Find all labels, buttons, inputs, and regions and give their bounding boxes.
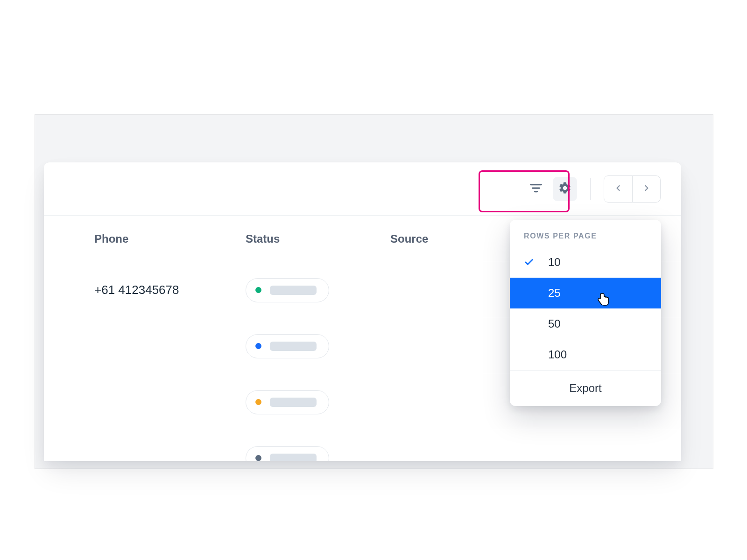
rows-per-page-option[interactable]: 50: [510, 308, 661, 339]
table-row[interactable]: [44, 430, 681, 461]
rows-per-page-option[interactable]: 100: [510, 339, 661, 370]
skeleton-text: [270, 398, 317, 407]
option-label: Export: [569, 382, 601, 395]
status-dot-icon: [255, 343, 261, 349]
status-dot-icon: [255, 455, 261, 461]
status-pill: [246, 278, 329, 302]
rows-per-page-option[interactable]: 25: [510, 278, 661, 308]
option-label: 50: [548, 317, 561, 330]
persistent-actions-group: [524, 177, 577, 201]
chevron-right-icon: [642, 183, 651, 195]
dropdown-section-header: ROWS PER PAGE: [510, 220, 661, 247]
option-label: 10: [548, 256, 561, 269]
cell-phone: +61 412345678: [94, 283, 179, 297]
next-page-button[interactable]: [632, 176, 660, 202]
filter-button[interactable]: [524, 177, 548, 201]
status-dot-icon: [255, 399, 261, 405]
gear-icon: [558, 181, 572, 197]
check-icon: [524, 257, 535, 267]
status-pill: [246, 446, 329, 462]
settings-button[interactable]: [553, 177, 577, 201]
chevron-left-icon: [613, 183, 623, 195]
settings-dropdown: ROWS PER PAGE 10 25 50 100 Export: [510, 220, 661, 406]
filter-icon: [529, 181, 543, 197]
skeleton-text: [270, 454, 317, 462]
option-label: 25: [548, 287, 561, 300]
rows-per-page-option[interactable]: 10: [510, 247, 661, 278]
column-header-status[interactable]: Status: [246, 232, 390, 245]
skeleton-text: [270, 342, 317, 351]
pager-group: [604, 175, 661, 203]
skeleton-text: [270, 286, 317, 295]
table-toolbar: [44, 162, 681, 216]
column-header-phone[interactable]: Phone: [94, 232, 246, 245]
option-label: 100: [548, 348, 567, 361]
prev-page-button[interactable]: [604, 176, 632, 202]
status-pill: [246, 334, 329, 358]
toolbar-separator: [590, 178, 591, 200]
export-option[interactable]: Export: [510, 371, 661, 406]
status-dot-icon: [255, 287, 261, 293]
status-pill: [246, 390, 329, 414]
